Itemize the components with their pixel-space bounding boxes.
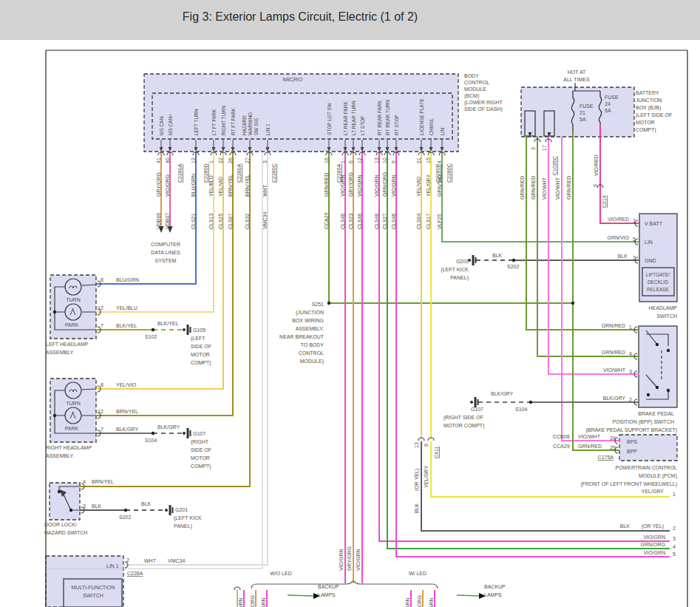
diagram-label: 21	[580, 110, 585, 115]
wire-label-rotated: VLF25	[437, 214, 442, 229]
ground-icon	[187, 428, 189, 438]
wire-label-rotated: VIO/WHT	[555, 177, 560, 200]
splice-dot	[571, 302, 574, 305]
diagram-label: 1	[633, 218, 636, 223]
diagram-label: GRN/RED	[602, 323, 625, 328]
wire-label-rotated: CLS46	[357, 213, 362, 229]
splice-dot	[656, 386, 659, 389]
diagram-label: GRN/ORG	[641, 542, 665, 547]
diagram-label: DATA LINES	[151, 250, 180, 255]
diagram-label: BACKUP	[318, 584, 339, 589]
diagram-label: 3	[629, 369, 632, 374]
diagram-label: C226A	[127, 571, 143, 576]
wire-label-rotated: 40	[165, 157, 170, 163]
wire-label-rotated: C2280D	[203, 163, 208, 183]
diagram-label: PARK	[65, 426, 79, 431]
diagram-label: 5A	[580, 117, 586, 122]
wire-label-rotated: 6	[348, 160, 353, 163]
diagram-label: VIO/GRN	[643, 550, 665, 555]
diagram-label: HEADLAMP	[648, 305, 677, 311]
diagram-label: BLK/GRY	[603, 396, 626, 401]
diagram-label: W/O LED	[270, 571, 292, 576]
diagram-label: MICRO	[283, 76, 303, 83]
ground-icon	[478, 399, 479, 405]
diagram-label: LAMPS	[318, 592, 336, 597]
diagram-label: (RIGHT SIDE OF	[444, 415, 483, 421]
wire-label-rotated: C2280A	[237, 163, 242, 183]
wire-label-rotated: GRN/RED	[566, 176, 571, 200]
diagram-label: VIO/GRN	[643, 535, 665, 540]
bpp-switch-box	[639, 326, 677, 407]
wire-label-rotated: VIO/GRN	[356, 549, 361, 571]
diagram-label: COMPT)	[636, 127, 656, 133]
diagram-label: VIO/WHT	[578, 434, 601, 439]
wire-label-rotated: 22	[218, 157, 223, 163]
wire-label-rotated: VIO/GRN	[357, 174, 362, 197]
wire-grnred	[526, 137, 639, 330]
diagram-label: (FRONT OF LEFT FRONT WHEELWELL)	[580, 481, 677, 487]
diagram-label: COMPT)	[191, 360, 211, 366]
diagram-label: 1	[673, 492, 676, 497]
wire-label-rotated: WARNING	[248, 112, 253, 135]
diagram-label: DOOR LOCK/	[44, 522, 77, 527]
diagram-label: YEL/VIO	[116, 382, 137, 387]
splice-dot	[656, 343, 659, 346]
splice-dot	[647, 393, 650, 396]
diagram-label: 4	[83, 479, 86, 484]
wire-label-rotated: C411	[434, 447, 439, 458]
splice-dot	[69, 509, 72, 512]
wire-label-rotated: VIO/GRN	[429, 597, 434, 607]
diagram-label: BODY	[464, 73, 479, 78]
wire-label-rotated: BLU/GRN	[191, 174, 196, 197]
wire-label-rotated: YEL/GRY	[424, 465, 429, 488]
wire-label-rotated: RT FT PARK	[231, 107, 236, 135]
diagram-label: (OR YEL)	[642, 523, 664, 529]
wire-label-rotated: STOP LGT SW	[327, 102, 332, 135]
wire-label-rotated: VDB07	[165, 213, 170, 229]
diagram-label: ALL TIMES	[563, 77, 590, 82]
diagram-label: MODULE	[464, 87, 486, 92]
diagram-label: RIGHT HEADLAMP	[46, 445, 92, 450]
connector-pin-icon	[418, 438, 424, 441]
diagram-label: BACKUP	[484, 584, 506, 589]
diagram-label: JUNCTION	[636, 98, 662, 103]
wire-label-rotated: VIO/GRN	[374, 174, 379, 197]
diagram-label: BRN/YEL	[116, 409, 138, 414]
ground-icon	[165, 509, 168, 512]
splice-dot	[152, 328, 154, 331]
diagram-label: MOTOR	[636, 120, 655, 125]
diagram-label: VIO/WHT	[603, 367, 626, 373]
splice-dot	[667, 389, 670, 392]
diagram-label: (LEFT	[191, 336, 205, 342]
diagram-label: BOX (BJB)	[636, 105, 661, 111]
diagram-label: (LEFT KICK	[441, 267, 469, 273]
diagram-label: BOX WIRING	[292, 318, 324, 323]
wire-label-rotated: LEFT TURN	[194, 109, 199, 135]
diagram-label: GRN/VIO	[607, 235, 629, 240]
wire-label-rotated: VIO/GRN	[391, 174, 396, 197]
diagram-label: LEFT HEADLAMP	[46, 342, 89, 347]
wire-label-rotated: C2280B	[435, 163, 441, 183]
wire-label-rotated: WHT	[262, 184, 268, 197]
wire-label-rotated: 15	[426, 157, 431, 163]
diagram-label: TURN	[66, 401, 80, 406]
wire-label-rotated: RT REAR PARK	[377, 100, 382, 135]
wire-label-rotated: MS CAN+	[168, 114, 173, 135]
diagram-label: BLK/YEL	[157, 321, 179, 326]
wire-label-rotated: (OR YEL)	[414, 469, 420, 491]
ground-icon	[190, 430, 191, 436]
diagram-label: BPS	[627, 439, 637, 444]
diagram-label: VIO/RED	[608, 217, 629, 222]
diagram-label: C175A	[598, 455, 614, 460]
diagram-label: 24	[610, 435, 616, 441]
diagram-label: YEL/GRY	[642, 489, 665, 494]
diagram-label: GRN/RED	[578, 444, 602, 449]
diagram-label: YEL/BLU	[116, 305, 137, 311]
wire-label-rotated: 1	[340, 160, 345, 163]
diagram-label: MOTOR	[191, 455, 210, 461]
diagram-label: (LEFT SIDE OF	[636, 112, 672, 118]
diagram-label: G107	[471, 407, 483, 412]
diagram-label: BLK/GRY	[116, 427, 139, 432]
diagram-label: SIDE OF DASH)	[464, 106, 503, 112]
diagram-label: 2	[126, 557, 129, 563]
